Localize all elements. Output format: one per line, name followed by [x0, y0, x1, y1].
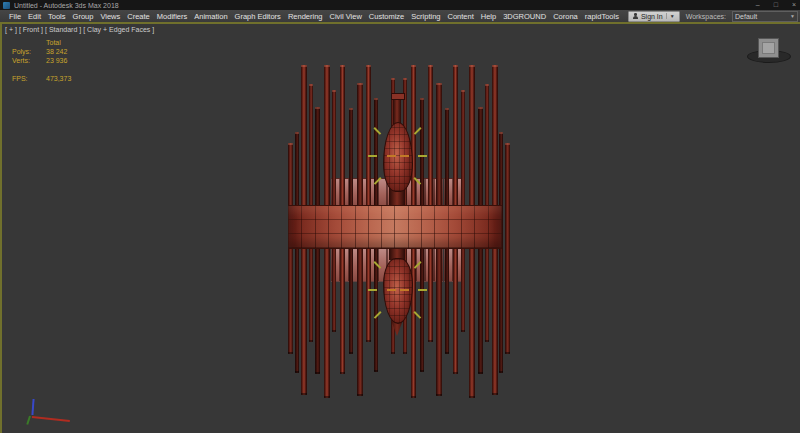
- selection-tick: [400, 155, 409, 157]
- menu-file[interactable]: File: [9, 12, 21, 21]
- viewport-general-menu[interactable]: [ + ]: [5, 26, 17, 33]
- model-rod[interactable]: [428, 65, 433, 342]
- menu-bar: FileEditToolsGroupViewsCreateModifiersAn…: [0, 10, 800, 22]
- viewport-label: [ + ][ Front ][ Standard ][ Clay + Edged…: [5, 26, 154, 33]
- menu-items: FileEditToolsGroupViewsCreateModifiersAn…: [0, 12, 619, 21]
- axis-y-icon: [26, 416, 31, 425]
- menu-views[interactable]: Views: [100, 12, 120, 21]
- 3dsmax-window: Untitled - Autodesk 3ds Max 2018 – □ × F…: [0, 0, 800, 433]
- workspace-dropdown[interactable]: Default ▼: [732, 11, 798, 22]
- selection-tick: [418, 289, 427, 291]
- stats-polys-value: 38 242: [46, 47, 67, 56]
- menu-help[interactable]: Help: [481, 12, 496, 21]
- minimize-button[interactable]: –: [756, 0, 760, 10]
- sign-in-label: Sign In: [641, 13, 663, 20]
- viewport-pov-menu[interactable]: [ Front ]: [19, 26, 43, 33]
- menu-edit[interactable]: Edit: [28, 12, 41, 21]
- viewcube[interactable]: [746, 36, 792, 64]
- axis-x-icon: [32, 416, 70, 422]
- model-rod[interactable]: [505, 143, 510, 354]
- menu-group[interactable]: Group: [73, 12, 94, 21]
- menu-customize[interactable]: Customize: [369, 12, 404, 21]
- chevron-down-icon: ▼: [790, 13, 795, 19]
- menu-modifiers[interactable]: Modifiers: [157, 12, 187, 21]
- viewport-front[interactable]: [ + ][ Front ][ Standard ][ Clay + Edged…: [0, 22, 800, 433]
- stats-verts-label: Verts:: [12, 56, 40, 65]
- stats-overlay: Total Polys: 38 242 Verts: 23 936 FPS: 4…: [12, 38, 71, 83]
- scene: [2, 24, 800, 433]
- selection-tick: [368, 289, 377, 291]
- menu-tools[interactable]: Tools: [48, 12, 66, 21]
- menu-rapidtools[interactable]: rapidTools: [585, 12, 619, 21]
- title-bar: Untitled - Autodesk 3ds Max 2018 – □ ×: [0, 0, 800, 10]
- selection-tick: [387, 155, 396, 157]
- model-bulb[interactable]: [383, 258, 413, 324]
- model-cap[interactable]: [391, 93, 405, 100]
- axis-z-icon: [31, 399, 34, 415]
- menu-3dground[interactable]: 3DGROUND: [503, 12, 546, 21]
- window-title: Untitled - Autodesk 3ds Max 2018: [14, 2, 119, 9]
- menu-scripting[interactable]: Scripting: [411, 12, 440, 21]
- menu-content[interactable]: Content: [447, 12, 473, 21]
- menu-rendering[interactable]: Rendering: [288, 12, 323, 21]
- close-button[interactable]: ×: [792, 0, 796, 10]
- model-rod[interactable]: [366, 65, 371, 342]
- menu-animation[interactable]: Animation: [194, 12, 227, 21]
- world-axis-gizmo: [26, 399, 78, 427]
- selection-tick: [400, 289, 409, 291]
- stats-fps-label: FPS:: [12, 74, 40, 83]
- workspaces-label: Workspaces:: [686, 13, 726, 20]
- model-band[interactable]: [288, 205, 502, 249]
- model-bulb[interactable]: [383, 122, 413, 192]
- model-rod[interactable]: [295, 132, 299, 373]
- selection-tick: [368, 155, 377, 157]
- selection-tick: [418, 155, 427, 157]
- workspace-value: Default: [735, 13, 757, 20]
- 3dsmax-app-icon: [3, 2, 10, 9]
- user-icon: [633, 13, 638, 19]
- viewport-shading-menu[interactable]: [ Clay + Edged Faces ]: [83, 26, 154, 33]
- viewcube-cube-icon[interactable]: [758, 38, 779, 58]
- viewcube-front-face[interactable]: [762, 42, 775, 54]
- viewport-layout-menu[interactable]: [ Standard ]: [45, 26, 81, 33]
- stats-total-header: Total: [46, 38, 61, 47]
- stats-verts-value: 23 936: [46, 56, 67, 65]
- maximize-button[interactable]: □: [774, 0, 778, 10]
- chevron-down-icon: ▼: [666, 13, 675, 19]
- stats-polys-label: Polys:: [12, 47, 40, 56]
- menu-create[interactable]: Create: [127, 12, 150, 21]
- menu-civil-view[interactable]: Civil View: [329, 12, 361, 21]
- menu-graph-editors[interactable]: Graph Editors: [235, 12, 281, 21]
- menu-corona[interactable]: Corona: [553, 12, 578, 21]
- selection-tick: [387, 289, 396, 291]
- stats-fps-value: 473,373: [46, 74, 71, 83]
- model-rod[interactable]: [499, 132, 503, 373]
- sign-in-button[interactable]: Sign In ▼: [628, 11, 680, 22]
